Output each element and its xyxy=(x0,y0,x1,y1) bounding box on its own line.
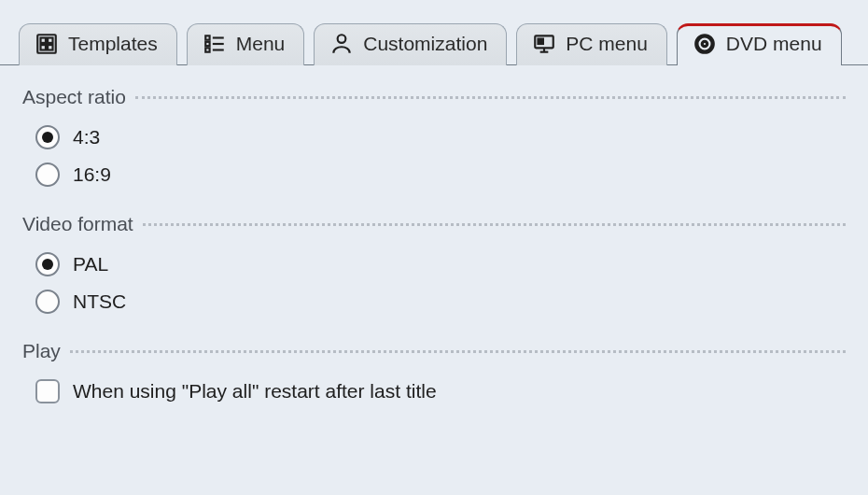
dvd-menu-icon xyxy=(693,32,717,56)
group-play: Play When using "Play all" restart after… xyxy=(22,340,846,403)
svg-rect-1 xyxy=(41,38,46,43)
radio-label: 16:9 xyxy=(73,163,111,186)
svg-rect-4 xyxy=(48,45,52,50)
customization-icon xyxy=(329,32,354,56)
group-title: Play xyxy=(22,340,61,362)
svg-point-18 xyxy=(703,42,707,46)
tab-customization[interactable]: Customization xyxy=(314,23,507,65)
radio-video-pal[interactable]: PAL xyxy=(35,252,846,276)
tab-bar: Templates Menu Customization xyxy=(0,0,868,65)
svg-rect-13 xyxy=(539,39,543,44)
divider xyxy=(135,96,846,99)
divider xyxy=(70,350,846,353)
svg-rect-2 xyxy=(48,38,52,43)
divider xyxy=(143,223,846,226)
tab-label: DVD menu xyxy=(726,33,822,55)
templates-icon xyxy=(35,32,59,56)
svg-rect-7 xyxy=(205,42,209,46)
group-video-format: Video format PAL NTSC xyxy=(22,213,846,314)
checkbox-indicator xyxy=(35,379,60,403)
svg-rect-5 xyxy=(205,35,209,39)
group-title: Aspect ratio xyxy=(22,86,126,108)
group-title: Video format xyxy=(22,213,133,235)
tab-dvd-menu[interactable]: DVD menu xyxy=(677,23,842,65)
radio-indicator xyxy=(35,163,60,187)
checkbox-label: When using "Play all" restart after last… xyxy=(73,380,437,403)
radio-label: NTSC xyxy=(73,290,126,313)
radio-indicator xyxy=(35,125,60,149)
menu-icon xyxy=(203,32,227,56)
radio-video-ntsc[interactable]: NTSC xyxy=(35,290,846,314)
tab-label: Templates xyxy=(68,33,158,55)
radio-indicator xyxy=(35,252,60,276)
radio-aspect-4-3[interactable]: 4:3 xyxy=(35,125,846,149)
tab-content-dvd-menu: Aspect ratio 4:3 16:9 Video format PAL xyxy=(0,65,868,403)
tab-templates[interactable]: Templates xyxy=(19,23,177,65)
svg-rect-9 xyxy=(205,48,209,51)
tab-label: Customization xyxy=(363,33,487,55)
tab-pc-menu[interactable]: PC menu xyxy=(516,23,667,65)
svg-rect-3 xyxy=(41,45,46,50)
radio-label: PAL xyxy=(73,253,108,276)
tab-label: PC menu xyxy=(566,33,648,55)
svg-point-11 xyxy=(338,35,346,43)
pc-menu-icon xyxy=(532,32,556,56)
radio-label: 4:3 xyxy=(73,126,100,148)
tab-menu[interactable]: Menu xyxy=(187,23,305,65)
tab-label: Menu xyxy=(236,33,286,55)
checkbox-play-restart-after-last[interactable]: When using "Play all" restart after last… xyxy=(35,379,846,403)
radio-indicator xyxy=(35,290,60,314)
radio-aspect-16-9[interactable]: 16:9 xyxy=(35,163,846,187)
group-aspect-ratio: Aspect ratio 4:3 16:9 xyxy=(22,86,846,187)
